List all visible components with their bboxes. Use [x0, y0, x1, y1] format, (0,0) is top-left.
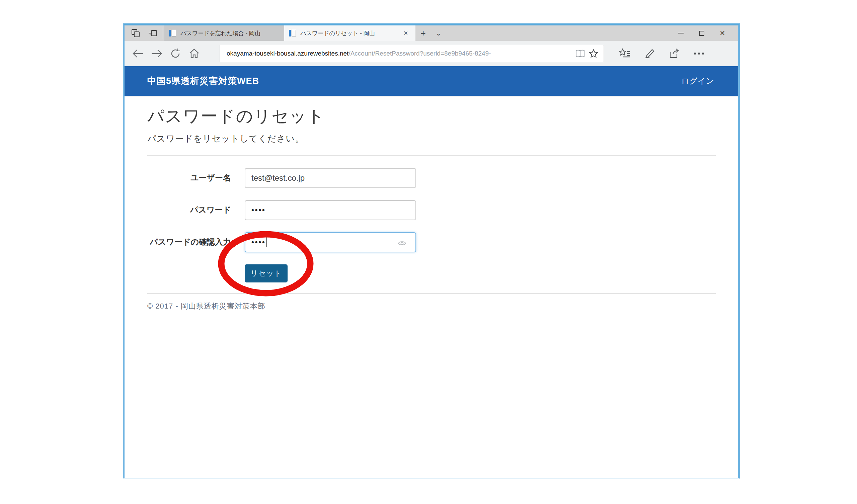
password-label: パスワード — [147, 200, 231, 220]
browser-toolbar: okayama-touseki-bousai.azurewebsites.net… — [124, 41, 738, 66]
divider — [147, 155, 716, 156]
url-domain: okayama-touseki-bousai.azurewebsites.net — [226, 50, 349, 57]
maximize-button[interactable] — [691, 26, 712, 41]
button-row: リセット — [147, 264, 716, 283]
toolbar-right — [615, 44, 708, 63]
address-bar[interactable]: okayama-touseki-bousai.azurewebsites.net… — [220, 45, 604, 62]
share-icon[interactable] — [665, 44, 684, 63]
username-value: test@test.co.jp — [251, 173, 305, 183]
reset-submit-button[interactable]: リセット — [245, 264, 288, 283]
ink-annotate-icon[interactable] — [640, 44, 659, 63]
tab-bar: パスワードを忘れた場合 - 岡山 パスワードのリセット - 岡山 ✕ + ⌄ ✕ — [124, 26, 738, 41]
window-controls: ✕ — [671, 26, 738, 41]
page-content: パスワードのリセット パスワードをリセットしてください。 ユーザー名 test@… — [124, 96, 738, 478]
page-subtitle: パスワードをリセットしてください。 — [147, 133, 716, 145]
back-icon[interactable] — [129, 44, 147, 63]
page-footer: © 2017 - 岡山県透析災害対策本部 — [147, 301, 716, 311]
confirm-password-label: パスワードの確認入力 — [147, 232, 231, 252]
tabbar-divider — [163, 28, 163, 39]
home-icon[interactable] — [185, 44, 203, 63]
page-favicon — [289, 29, 296, 37]
confirm-password-value: •••• — [251, 238, 266, 247]
text-caret — [267, 237, 267, 247]
favorite-star-icon[interactable] — [587, 47, 600, 60]
site-brand-link[interactable]: 中国5県透析災害対策WEB — [147, 75, 259, 87]
username-label: ユーザー名 — [147, 168, 231, 188]
hub-favorites-icon[interactable] — [615, 44, 634, 63]
url-text: okayama-touseki-bousai.azurewebsites.net… — [226, 50, 573, 57]
minimize-button[interactable] — [671, 26, 691, 41]
new-tab-icon[interactable]: + — [416, 26, 431, 41]
form-row-username: ユーザー名 test@test.co.jp — [147, 168, 716, 188]
tab-title: パスワードのリセット - 岡山 — [300, 30, 397, 37]
desktop-background: パスワードを忘れた場合 - 岡山 パスワードのリセット - 岡山 ✕ + ⌄ ✕ — [0, 0, 857, 504]
tab-preview-icon[interactable] — [131, 28, 140, 38]
tab-reset-password[interactable]: パスワードのリセット - 岡山 ✕ — [284, 26, 416, 41]
password-value: •••• — [251, 206, 266, 215]
reset-password-form: ユーザー名 test@test.co.jp パスワード •••• パスワードの確… — [147, 168, 716, 283]
password-reveal-icon[interactable] — [398, 239, 406, 248]
tab-forgot-password[interactable]: パスワードを忘れた場合 - 岡山 — [164, 26, 284, 41]
form-row-password: パスワード •••• — [147, 200, 716, 220]
password-field[interactable]: •••• — [245, 200, 416, 220]
site-navbar: 中国5県透析災害対策WEB ログイン — [124, 66, 738, 96]
form-row-confirm-password: パスワードの確認入力 •••• — [147, 232, 716, 252]
close-button[interactable]: ✕ — [712, 26, 733, 41]
confirm-password-field[interactable]: •••• — [245, 232, 416, 252]
url-path: /Account/ResetPassword?userid=8e9b9465-8… — [349, 50, 491, 57]
page-favicon — [169, 29, 177, 37]
refresh-icon[interactable] — [166, 44, 185, 63]
set-tabs-aside-icon[interactable] — [148, 28, 158, 38]
username-field[interactable]: test@test.co.jp — [245, 168, 416, 188]
tab-title: パスワードを忘れた場合 - 岡山 — [181, 30, 279, 37]
tab-close-icon[interactable]: ✕ — [401, 29, 410, 37]
browser-window: パスワードを忘れた場合 - 岡山 パスワードのリセット - 岡山 ✕ + ⌄ ✕ — [123, 23, 740, 478]
chevron-down-icon[interactable]: ⌄ — [431, 26, 446, 41]
tab-actions — [124, 26, 161, 41]
forward-icon[interactable] — [147, 44, 166, 63]
more-options-icon[interactable] — [690, 44, 708, 63]
login-link[interactable]: ログイン — [681, 75, 714, 86]
divider — [147, 293, 716, 294]
page-title: パスワードのリセット — [147, 105, 716, 128]
reading-view-icon[interactable] — [573, 47, 587, 60]
